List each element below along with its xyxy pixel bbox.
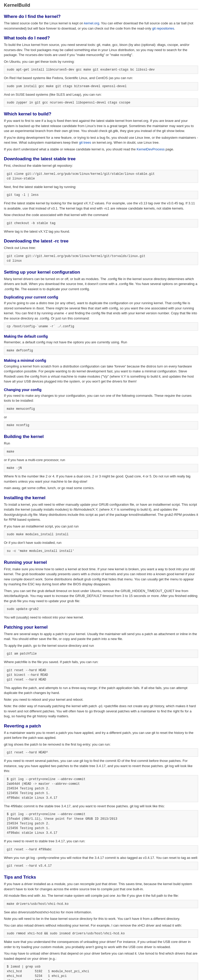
copy-config-code: cp /boot/config-`uname -r` ./.config	[4, 322, 198, 331]
kernel-dev-process-link[interactable]: KernelDevProcess	[137, 147, 165, 151]
downloading-stable-heading: Downloading the latest stable tree	[4, 156, 198, 162]
kernel-org-link[interactable]: kernel.org	[84, 21, 99, 25]
or-text-2: or if you have a multi-core processor, r…	[4, 457, 198, 463]
git-reset-code: git reset --hard HEAD git bisect --hard …	[4, 666, 198, 684]
duplicating-config-p1: If you're going to use a distro tree (or…	[4, 301, 198, 321]
tips-lsmod-note: You may have to unload other drivers tha…	[4, 951, 198, 961]
which-kernel-heading: Which kernel to build?	[4, 111, 198, 117]
make-defconfig-code: make defconfig	[4, 347, 198, 355]
tag-where-note: Where tag is the latest vX.YZ tag you fo…	[4, 229, 198, 234]
make-module-code: make drivers/usb/host/xhci-hcd.ko	[4, 900, 198, 908]
making-default-config-p1: Remember, a default config may not have …	[4, 340, 198, 345]
what-tools-heading: What tools do I need?	[4, 35, 198, 41]
tips-note-dir: Note you will need to be in the base ker…	[4, 916, 198, 921]
patching-kernel-p2: To apply the patch, go to the kernel sou…	[4, 643, 198, 648]
suse-tools-code: sudo zypper in git gcc ncurses-devel lib…	[4, 99, 198, 107]
tips-unload-warning: Make sure that you understand the conseq…	[4, 939, 198, 950]
tips-tricks-heading: Tips and Tricks	[4, 875, 198, 880]
git-am-code: git am patchfile	[4, 650, 198, 658]
su-make-install-code: su -c 'make modules_install install'	[4, 547, 198, 555]
running-kernel-p2: Then, you can set the grub default timeo…	[4, 589, 198, 604]
reverting-patch-heading: Reverting a patch	[4, 724, 198, 729]
reverting-patch-p2: git log shows the patch to be removed is…	[4, 742, 198, 747]
tips-reload-note: You can also reload drivers without rebo…	[4, 923, 198, 928]
git-log-example-code: $ git log --pretty=oneline --abbrev-comm…	[4, 775, 198, 802]
downloading-stable-p1: First, checkout the stable kernel git re…	[4, 163, 198, 168]
running-kernel-heading: Running your kernel	[4, 560, 198, 565]
reverting-several-note: If you need to revert several patches, y…	[4, 758, 198, 773]
make-code: make	[4, 448, 198, 456]
checkout-note: Now checkout the code associated with th…	[4, 212, 198, 218]
which-kernel-p2: If you're doing development for a new fe…	[4, 135, 198, 145]
running-kernel-p1: First, make sure you know how to select …	[4, 566, 198, 587]
making-minimal-config-p1: Compiling a kernel from scratch from a d…	[4, 364, 198, 384]
tips-p1: If you have a driver installed as a modu…	[4, 881, 198, 892]
ubuntu-tools-code: sudo apt-get install libncurses5-dev gcc…	[4, 65, 198, 74]
reboot-note: You will (usually) need to reboot into y…	[4, 615, 198, 620]
checkout-linus-label: Check out Linus tree:	[4, 245, 198, 250]
git-checkout-code: git checkout -b stable tag	[4, 219, 198, 228]
git-reset-head-code: git reset --hard HEAD^	[4, 748, 198, 757]
main-heading: Where do I find the kernel?	[4, 14, 198, 19]
make-nconfig-code: make nconfig	[4, 421, 198, 430]
reverting-patch-p1: If a maintainer wants you to revert a pa…	[4, 730, 198, 740]
patch-older-way-note: Note: the older way of manually patching…	[4, 703, 198, 719]
what-tools-p2: On Ubuntu, you can get these tools by ru…	[4, 59, 198, 64]
patch-fails-note: Where patchfile is the file you saved. I…	[4, 659, 198, 665]
building-kernel-heading: Building the kernel	[4, 434, 198, 439]
make-install-code: sudo make modules_install install	[4, 530, 198, 539]
git-trees-link[interactable]: git trees	[79, 140, 91, 145]
duplicating-config-heading: Duplicating your current config	[4, 295, 198, 299]
git-reset-hash-code: git reset --hard 4f99abc	[4, 845, 198, 854]
tag-reset-note: When you run git log --pretty=oneline yo…	[4, 855, 198, 861]
suse-label: And on SUSE based systems (like SLES and…	[4, 92, 198, 97]
what-tools-p1: To build the Linux kernel from source, y…	[4, 42, 198, 57]
patch-apply-note: This applies the patch, and attempts to …	[4, 686, 198, 695]
lsmod-output-code: $ lsmod | grep usb xhci_hcd 5192 1 modul…	[4, 963, 198, 980]
patching-kernel-heading: Patching your kernel	[4, 625, 198, 630]
which-kernel-p1: If you want to first to see if a bug is …	[4, 118, 198, 134]
changing-config-p1: If you need to make any changes to your …	[4, 393, 198, 403]
make-menuconfig-code: make menuconfig	[4, 405, 198, 413]
or-text-1: or	[4, 415, 198, 420]
make-jn-note: Where N is the number like 2 or 4. If yo…	[4, 474, 198, 484]
making-minimal-config-heading: Making a minimal config	[4, 358, 198, 363]
find-kernel-p1: The latest source code for the Linux ker…	[4, 21, 198, 31]
make-coffee-note: main away, get some coffee, lunch, or go…	[4, 485, 198, 491]
git-tag-code: git tag -l | less	[4, 191, 198, 199]
git-log-example2-code: $ git log --pretty=oneline --abbrev-comm…	[4, 810, 198, 837]
page-container: KernelBuild Where do I find the kernel? …	[0, 0, 202, 980]
installing-kernel-heading: Installing the kernel	[4, 495, 198, 501]
patch-reboot-note: Note: you need to reboot and your kernel…	[4, 697, 198, 702]
clone-stable-code: git clone git://git.kernel.org/pub/scm/l…	[4, 170, 198, 183]
setting-up-config-heading: Setting up your kernel configuration	[4, 270, 198, 275]
stable-commit-note: The 4f99abc commit is the stable tree 3.…	[4, 803, 198, 809]
building-kernel-run-label: Run	[4, 441, 198, 446]
redhat-label: On Red Hat based systems like Fedora, Sc…	[4, 75, 198, 81]
installing-kernel-p1: To install a kernel, you will need to ei…	[4, 502, 198, 522]
or-text-3: Or if you don't have sudo installed, run	[4, 540, 198, 546]
changing-config-heading: Changing your config	[4, 388, 198, 392]
clone-linus-code: git clone git://git.kernel.org/pub/scm/l…	[4, 252, 198, 265]
tips-p2: All module files end with .ko. The kerne…	[4, 893, 198, 898]
downloading-rc-heading: Downloading the latest -rc tree	[4, 239, 198, 244]
installkernel-label: If you have an installkernel script, you…	[4, 524, 198, 529]
update-grub-code: sudo update-grub2	[4, 605, 198, 613]
which-kernel-p3: If you don't understand what a stable or…	[4, 147, 198, 152]
make-jn-code: make -jN	[4, 464, 198, 472]
redhat-tools-code: sudo yum install gcc make git ctags bits…	[4, 82, 198, 91]
tips-see-also: See also drivers/usb/host/xhci-hcd.ko fo…	[4, 910, 198, 915]
patching-kernel-p1: There are several ways to apply a patch …	[4, 632, 198, 641]
site-title: KernelBuild	[4, 3, 198, 10]
find-tag-note: Find the latest stable kernel by looking…	[4, 201, 198, 211]
making-default-config-heading: Making the default config	[4, 334, 198, 339]
reload-module-code: sudo rmmod xhci-hcd && sudo insmod drive…	[4, 929, 198, 938]
git-reset-tag-code: git reset --hard v3.4.17	[4, 862, 198, 870]
setting-up-config-p1: Many kernel drivers can be turned on or …	[4, 277, 198, 292]
revert-to-stable-note: If you need to revert to stable tree 3.4…	[4, 838, 198, 844]
git-repos-link[interactable]: git repositories	[152, 27, 174, 30]
find-tag-label: Next, find the latest stable kernel tag …	[4, 185, 198, 189]
